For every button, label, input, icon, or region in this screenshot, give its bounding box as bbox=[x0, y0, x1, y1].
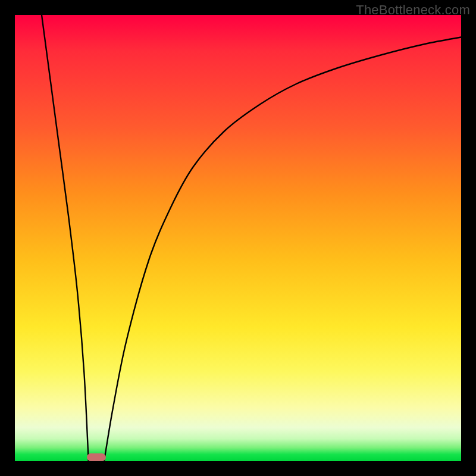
watermark-text: TheBottleneck.com bbox=[356, 2, 470, 18]
right-curve-path bbox=[104, 37, 461, 462]
curve-layer bbox=[15, 15, 461, 461]
plot-area bbox=[15, 15, 461, 461]
optimum-marker bbox=[87, 453, 106, 462]
outer-frame: TheBottleneck.com bbox=[0, 0, 476, 476]
left-leg-path bbox=[42, 15, 89, 461]
